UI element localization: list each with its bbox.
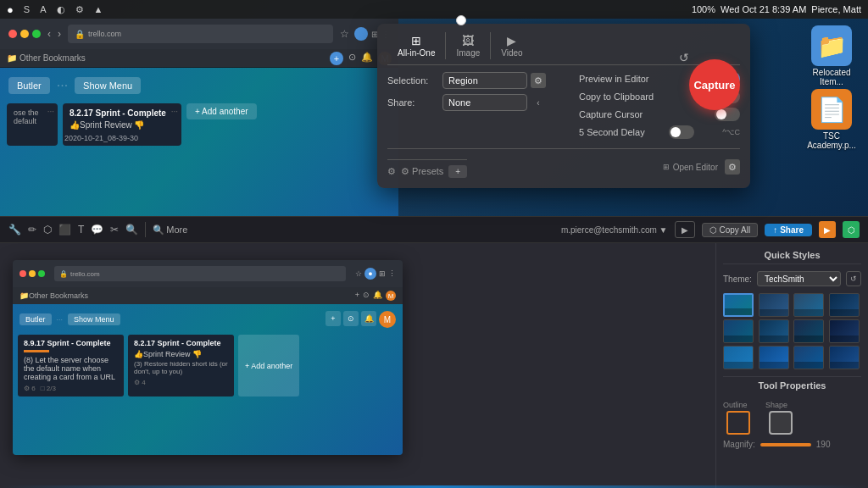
editor-traffic-lights — [19, 270, 45, 277]
relocated-icon: 📁 — [811, 25, 852, 66]
tool-icon-6[interactable]: 💬 — [91, 224, 103, 236]
image-icon: 🖼 — [462, 34, 474, 47]
share-button[interactable]: ↑ Share — [765, 224, 812, 236]
card-1-menu[interactable]: ··· — [171, 107, 178, 116]
style-thumb-9[interactable] — [723, 346, 754, 369]
style-thumb-12[interactable] — [829, 346, 860, 369]
bookmark-icon[interactable]: ☆ — [338, 26, 351, 42]
tool-properties-title: Tool Properties — [723, 376, 861, 394]
editor-gear-button[interactable]: ⚙ — [725, 159, 740, 175]
more-label[interactable]: 🔍 More — [153, 225, 187, 236]
tab-image[interactable]: 🖼 Image — [446, 32, 491, 59]
share-gear-button[interactable]: ‹ — [531, 95, 546, 110]
style-thumb-2[interactable] — [759, 293, 789, 317]
tool-icon-5[interactable]: T — [78, 224, 84, 236]
notif-icon[interactable]: 🔔 — [361, 52, 373, 65]
editor-card-1[interactable]: 8.9.17 Sprint - Complete (8) Let the ser… — [18, 335, 124, 396]
card-1-title: 8.2.17 Sprint - Complete — [70, 108, 175, 118]
editor-sep: ··· — [57, 315, 64, 324]
editor-icon-btn-1[interactable]: + — [326, 311, 341, 326]
editor-card-2-content-1: 👍Sprint Review 👎 — [134, 350, 228, 358]
magnify-slider[interactable] — [760, 443, 811, 446]
style-thumb-8[interactable] — [829, 319, 860, 343]
search-icon[interactable]: ⊙ — [348, 52, 356, 65]
capture-button[interactable]: Capture — [689, 59, 740, 110]
undo-icon[interactable]: ↺ — [679, 51, 689, 64]
editor-icon-btn-3[interactable]: 🔔 — [361, 311, 376, 326]
delay-toggle[interactable] — [669, 125, 694, 139]
forward-button[interactable]: › — [56, 26, 63, 42]
bookmarks-folder[interactable]: 📁 Other Bookmarks — [7, 53, 86, 63]
relocated-label: Relocated Item... — [802, 68, 861, 86]
trello-card-1[interactable]: 8.2.17 Sprint - Complete ··· 👍Sprint Rev… — [63, 103, 181, 146]
editor-trello-header: Butler ··· Show Menu + ⊙ 🔔 M — [13, 304, 403, 335]
card-icon-checklist: □ 2/3 — [41, 385, 56, 392]
editor-bookmark-folder-icon: 📁 — [19, 291, 29, 300]
style-thumb-6[interactable] — [759, 319, 789, 343]
url-bar[interactable]: 🔒 trello.com — [68, 25, 333, 43]
editor-butler-button[interactable]: Butler — [19, 313, 52, 325]
open-editor-label[interactable]: Open Editor — [673, 163, 718, 172]
tab-image-label: Image — [456, 48, 480, 58]
theme-refresh-button[interactable]: ↺ — [846, 271, 861, 286]
editor-add-another-button[interactable]: + Add another — [238, 335, 299, 396]
editor-screenshot: 🔒 trello.com ☆ ● ⊞ ⋮ 📁 Other Bookmarks +… — [13, 260, 403, 455]
butler-button[interactable]: Butler — [8, 77, 50, 94]
fullscreen-traffic-light[interactable] — [32, 30, 41, 38]
minimize-traffic-light[interactable] — [20, 30, 29, 38]
card-menu-icon[interactable]: ··· — [47, 107, 54, 116]
style-thumb-4[interactable] — [829, 293, 860, 317]
style-thumb-11[interactable] — [793, 346, 824, 369]
tool-icon-8[interactable]: 🔍 — [125, 224, 138, 236]
copy-all-button[interactable]: ⬡ Copy All — [702, 223, 759, 237]
capture-cursor-label: Capture Cursor — [579, 109, 643, 119]
share-icon: ↑ — [773, 225, 777, 235]
copy-all-label: Copy All — [720, 225, 751, 235]
card-icon-wrench: ⚙ 6 — [24, 385, 36, 392]
selection-select[interactable]: Region Full Screen Window — [442, 72, 527, 89]
close-traffic-light[interactable] — [8, 30, 17, 38]
desktop-icon-tsc[interactable]: 📄 TSC Academy.p... — [802, 89, 861, 150]
style-thumb-3[interactable] — [793, 293, 824, 317]
editor-icon-btn-2[interactable]: ⊙ — [343, 311, 359, 326]
drag-handle[interactable] — [456, 15, 466, 25]
shape-box[interactable] — [769, 411, 793, 435]
green-action-button[interactable]: ⬡ — [843, 221, 860, 238]
share-select[interactable]: None Email — [442, 94, 527, 111]
style-thumb-7[interactable] — [793, 319, 824, 343]
style-thumb-1[interactable] — [723, 293, 754, 317]
play-button[interactable]: ▶ — [675, 221, 695, 238]
tool-icon-3[interactable]: ⬡ — [43, 224, 52, 236]
plus-icon[interactable]: + — [330, 52, 343, 65]
theme-row: Theme: TechSmith Default ↺ — [723, 271, 861, 286]
orange-action-button[interactable]: ▶ — [819, 221, 836, 238]
bookmarks-label: Other Bookmarks — [19, 53, 86, 63]
style-thumb-5[interactable] — [723, 319, 754, 343]
tool-icon-1[interactable]: 🔧 — [8, 224, 21, 236]
apple-icon[interactable]: ● — [7, 3, 14, 16]
tool-icon-4[interactable]: ⬛ — [58, 224, 71, 236]
add-preset-button[interactable]: + — [448, 165, 467, 178]
presets-area: ⚙ ⚙ Presets + — [387, 159, 467, 178]
style-grid — [723, 293, 861, 369]
tab-video[interactable]: ▶ Video — [491, 32, 532, 59]
style-thumb-10[interactable] — [759, 346, 789, 369]
menubar-datetime: Wed Oct 21 8:39 AM — [721, 4, 806, 14]
theme-select[interactable]: TechSmith Default — [757, 271, 841, 286]
editor-card-2[interactable]: 8.2.17 Sprint - Complete 👍Sprint Review … — [128, 335, 234, 396]
back-button[interactable]: ‹ — [46, 26, 53, 42]
card-1-content: 👍Sprint Review 👎 — [70, 120, 175, 130]
snagit-canvas[interactable]: 🔒 trello.com ☆ ● ⊞ ⋮ 📁 Other Bookmarks +… — [0, 243, 715, 488]
editor-show-menu-button[interactable]: Show Menu — [68, 313, 120, 325]
tool-icon-2[interactable]: ✏ — [28, 224, 36, 236]
add-another-button[interactable]: + Add another — [186, 103, 257, 119]
tool-icon-7[interactable]: ✂ — [110, 224, 119, 236]
trello-card-partial[interactable]: ··· ose the default — [7, 103, 58, 146]
tab-all-in-one[interactable]: ⊞ All-in-One — [387, 32, 446, 59]
outline-color-box[interactable] — [726, 411, 750, 435]
selection-gear-button[interactable]: ⚙ — [531, 73, 546, 88]
open-editor-icon: ⊞ — [663, 163, 670, 171]
desktop-icon-relocated[interactable]: 📁 Relocated Item... — [802, 25, 861, 86]
snagit-icon: ◐ — [57, 4, 65, 15]
show-menu-button[interactable]: Show Menu — [75, 77, 141, 94]
